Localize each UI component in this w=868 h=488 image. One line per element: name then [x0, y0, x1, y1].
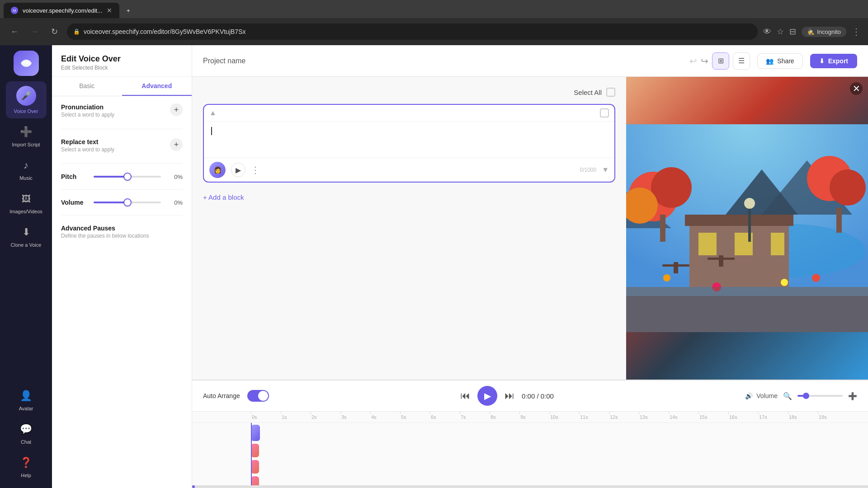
add-block-button[interactable]: + Add a block [203, 190, 244, 205]
volume-icon[interactable]: 🔊 [745, 392, 753, 399]
play-button[interactable]: ▶ [477, 386, 497, 406]
zoom-slider[interactable] [797, 395, 843, 397]
export-button[interactable]: ⬇ Export [810, 54, 857, 68]
replace-text-title: Replace text [61, 138, 114, 145]
pitch-slider-fill [94, 176, 127, 178]
pronunciation-desc: Select a word to apply [61, 112, 114, 118]
block-voice-avatar[interactable]: 👩 [209, 162, 226, 178]
preview-close-button[interactable]: ✕ [850, 82, 863, 95]
select-all-checkbox[interactable] [606, 88, 615, 97]
skip-back-button[interactable]: ⏮ [460, 390, 470, 402]
zoom-out-icon[interactable]: 🔍 [783, 392, 792, 400]
block-more-button[interactable]: ⋮ [251, 164, 260, 175]
undo-button[interactable]: ↩ [689, 56, 697, 66]
skip-forward-button[interactable]: ⏭ [505, 390, 514, 402]
sidebar-item-voice-over[interactable]: 🎤 Voice Over [6, 81, 47, 118]
avatar-image: 👩 [209, 162, 226, 178]
tab-favicon: M [11, 7, 18, 14]
volume-slider-fill [94, 202, 127, 203]
sidebar-toggle-icon[interactable]: ⊟ [789, 27, 796, 37]
ruler-mark-19: 19s [818, 414, 848, 420]
address-bar[interactable]: 🔒 voiceover.speechify.com/editor/8Gy5WvB… [67, 23, 758, 40]
sidebar-item-avatar-label: Avatar [19, 406, 33, 411]
timeline: Auto Arrange ⏮ ▶ ⏭ 0:00 / 0:00 🔊 Volume … [192, 380, 868, 488]
sidebar-item-clone-voice[interactable]: ⬇ Clone a Voice [6, 221, 47, 252]
tab-advanced[interactable]: Advanced [122, 77, 192, 96]
sidebar-item-images-videos[interactable]: 🖼 Images/Videos [6, 187, 47, 219]
block-select-checkbox[interactable] [600, 108, 609, 117]
svg-rect-20 [719, 255, 723, 267]
ruler-mark-12: 12s [609, 414, 639, 420]
track-block-image-2[interactable] [251, 460, 259, 474]
pitch-slider-row: Pitch 0% [61, 173, 183, 180]
chat-icon: 💬 [19, 422, 33, 436]
layout-view-button-2[interactable]: ☰ [733, 52, 750, 70]
timeline-controls: Auto Arrange ⏮ ▶ ⏭ 0:00 / 0:00 🔊 Volume … [192, 380, 868, 412]
volume-slider[interactable] [94, 202, 161, 203]
volume-slider-thumb[interactable] [123, 198, 132, 206]
preview-image [626, 77, 868, 380]
pitch-slider[interactable] [94, 176, 161, 178]
voice-over-avatar: 🎤 [16, 86, 36, 106]
new-tab-button[interactable]: + [121, 3, 139, 18]
back-button[interactable]: ← [7, 24, 22, 39]
panel-tabs: Basic Advanced [52, 77, 192, 96]
new-tab-icon: + [127, 7, 130, 14]
ruler-mark-4: 4s [370, 414, 400, 420]
sidebar-item-import-script-label: Import Script [12, 142, 40, 147]
pitch-slider-thumb[interactable] [123, 173, 132, 181]
block-text-editor[interactable] [204, 122, 614, 158]
reload-button[interactable]: ↻ [47, 24, 61, 39]
sidebar-item-import-script[interactable]: ➕ Import Script [6, 120, 47, 152]
sidebar-item-music[interactable]: ♪ Music [6, 154, 47, 185]
sidebar-item-help[interactable]: ❓ Help [6, 451, 47, 483]
pronunciation-add-button[interactable]: + [170, 103, 183, 116]
redo-button[interactable]: ↪ [701, 56, 708, 66]
forward-button[interactable]: → [27, 24, 42, 39]
ruler-mark-5: 5s [400, 414, 430, 420]
sidebar-item-clone-voice-label: Clone a Voice [11, 242, 42, 248]
zoom-thumb[interactable] [803, 393, 809, 399]
browser-tab-active[interactable]: M voiceover.speechify.com/edit... ✕ [4, 3, 119, 18]
logo-icon [19, 56, 33, 70]
svg-rect-13 [698, 233, 717, 255]
block-collapse-button[interactable]: ▼ [602, 166, 609, 174]
ruler-mark-1: 1s [281, 414, 311, 420]
ruler-mark-6: 6s [430, 414, 460, 420]
layout-view-button-1[interactable]: ⊞ [712, 52, 729, 70]
block-expand-up-button[interactable]: ▲ [209, 109, 217, 117]
tab-close-button[interactable]: ✕ [107, 7, 112, 14]
ruler-mark-18: 18s [788, 414, 818, 420]
auto-arrange-toggle[interactable] [247, 390, 269, 402]
main-content: Project name ↩ ↪ ⊞ ☰ 👥 Share ⬇ Export [192, 45, 868, 488]
sidebar-item-music-label: Music [19, 175, 33, 181]
sidebar-item-chat[interactable]: 💬 Chat [6, 418, 47, 449]
sidebar-item-avatar[interactable]: 👤 Avatar [6, 384, 47, 416]
replace-text-add-button[interactable]: + [170, 138, 183, 151]
share-button[interactable]: 👥 Share [757, 53, 802, 69]
panel-content: Pronunciation Select a word to apply + R… [52, 96, 192, 488]
zoom-in-icon[interactable]: ➕ [848, 392, 857, 400]
layout-icon-2: ☰ [738, 56, 745, 65]
track-block-audio[interactable] [251, 425, 260, 441]
tab-title: voiceover.speechify.com/edit... [23, 7, 102, 14]
ruler-mark-2: 2s [311, 414, 340, 420]
volume-value: 0% [166, 199, 183, 206]
block-play-button[interactable]: ▶ [231, 163, 245, 177]
track-block-image-1[interactable] [251, 444, 259, 457]
svg-rect-16 [685, 215, 793, 226]
panel-title: Edit Voice Over [61, 54, 183, 64]
ruler-mark-13: 13s [639, 414, 669, 420]
timeline-time: 0:00 / 0:00 [522, 392, 554, 400]
star-icon[interactable]: ☆ [777, 27, 784, 37]
timeline-playback: ⏮ ▶ ⏭ 0:00 / 0:00 [276, 386, 738, 406]
replace-text-desc: Select a word to apply [61, 146, 114, 153]
menu-icon[interactable]: ⋮ [852, 26, 861, 37]
track-block-image-3[interactable] [251, 476, 259, 485]
timeline-right: 🔊 Volume 🔍 ➕ [745, 392, 857, 400]
toggle-knob [258, 391, 268, 401]
auto-arrange-label: Auto Arrange [203, 392, 240, 399]
share-label: Share [777, 57, 794, 65]
tab-basic[interactable]: Basic [52, 77, 122, 96]
project-name[interactable]: Project name [203, 57, 682, 65]
